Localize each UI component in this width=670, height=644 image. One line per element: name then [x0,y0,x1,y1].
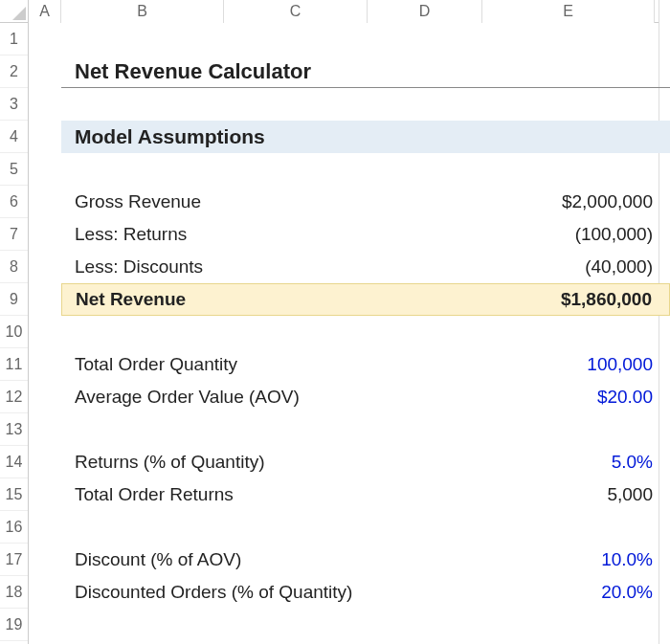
column-header-e[interactable]: E [482,0,655,23]
grid-area[interactable]: Net Revenue Calculator Model Assumptions… [29,23,670,644]
row-header-12[interactable]: 12 [0,381,28,413]
discounted-orders-pct-value: 20.0% [601,582,653,603]
less-returns-value: (100,000) [575,224,653,245]
less-returns-row: Less: Returns (100,000) [61,218,670,251]
net-revenue-row: Net Revenue $1,860,000 [61,283,670,316]
total-order-qty-value: 100,000 [587,354,653,375]
row-header-4[interactable]: 4 [0,121,28,153]
row-header-5[interactable]: 5 [0,153,28,186]
total-order-returns-value: 5,000 [607,484,653,505]
column-header-b[interactable]: B [61,0,224,23]
row-headers: 12345678910111213141516171819 [0,23,29,644]
select-all-triangle-icon [12,7,26,20]
section-header-text: Model Assumptions [75,125,653,148]
row-7[interactable]: Less: Returns (100,000) [29,218,670,251]
row-header-18[interactable]: 18 [0,576,28,609]
total-order-qty-label: Total Order Quantity [75,354,587,375]
less-returns-label: Less: Returns [75,224,575,245]
row-18[interactable]: Discounted Orders (% of Quantity) 20.0% [29,576,670,609]
row-3[interactable] [29,88,670,121]
row-header-8[interactable]: 8 [0,251,28,283]
returns-pct-row: Returns (% of Quantity) 5.0% [61,446,670,478]
row-14[interactable]: Returns (% of Quantity) 5.0% [29,446,670,478]
row-4[interactable]: Model Assumptions [29,121,670,153]
row-13[interactable] [29,413,670,446]
discounted-orders-pct-row: Discounted Orders (% of Quantity) 20.0% [61,576,670,609]
title-text: Net Revenue Calculator [75,59,653,84]
row-16[interactable] [29,511,670,544]
row-5[interactable] [29,153,670,186]
row-9[interactable]: Net Revenue $1,860,000 [29,283,670,316]
row-header-19[interactable]: 19 [0,609,28,641]
row-header-13[interactable]: 13 [0,413,28,446]
column-header-c[interactable]: C [224,0,368,23]
aov-label: Average Order Value (AOV) [75,387,597,408]
gross-revenue-value: $2,000,000 [562,191,653,212]
row-header-15[interactable]: 15 [0,478,28,511]
row-8[interactable]: Less: Discounts (40,000) [29,251,670,283]
discount-pct-row: Discount (% of AOV) 10.0% [61,544,670,576]
less-discounts-value: (40,000) [585,256,653,278]
less-discounts-row: Less: Discounts (40,000) [61,251,670,283]
row-header-14[interactable]: 14 [0,446,28,478]
row-10[interactable] [29,316,670,348]
total-order-returns-row: Total Order Returns 5,000 [61,478,670,511]
select-all-corner[interactable] [0,0,29,23]
row-19[interactable] [29,609,670,641]
gross-revenue-label: Gross Revenue [75,191,562,212]
section-header: Model Assumptions [61,121,670,153]
row-header-3[interactable]: 3 [0,88,28,121]
gross-revenue-row: Gross Revenue $2,000,000 [61,186,670,218]
aov-value: $20.00 [597,387,653,408]
row-15[interactable]: Total Order Returns 5,000 [29,478,670,511]
row-header-17[interactable]: 17 [0,544,28,576]
discounted-orders-pct-label: Discounted Orders (% of Quantity) [75,582,601,603]
discount-pct-value: 10.0% [601,549,653,570]
column-headers: ABCDE [29,0,670,23]
row-12[interactable]: Average Order Value (AOV) $20.00 [29,381,670,413]
row-2[interactable]: Net Revenue Calculator [29,56,670,88]
aov-row: Average Order Value (AOV) $20.00 [61,381,670,413]
returns-pct-label: Returns (% of Quantity) [75,452,612,473]
row-header-6[interactable]: 6 [0,186,28,218]
row-11[interactable]: Total Order Quantity 100,000 [29,348,670,381]
total-order-qty-row: Total Order Quantity 100,000 [61,348,670,381]
total-order-returns-label: Total Order Returns [75,484,607,505]
row-1[interactable] [29,23,670,56]
row-header-7[interactable]: 7 [0,218,28,251]
row-header-11[interactable]: 11 [0,348,28,381]
row-header-10[interactable]: 10 [0,316,28,348]
returns-pct-value: 5.0% [612,452,653,473]
net-revenue-value: $1,860,000 [561,289,652,310]
row-header-9[interactable]: 9 [0,283,28,316]
row-header-16[interactable]: 16 [0,511,28,544]
column-header-a[interactable]: A [29,0,61,23]
net-revenue-label: Net Revenue [76,289,561,310]
row-17[interactable]: Discount (% of AOV) 10.0% [29,544,670,576]
row-header-2[interactable]: 2 [0,56,28,88]
row-header-1[interactable]: 1 [0,23,28,56]
column-header-d[interactable]: D [368,0,482,23]
discount-pct-label: Discount (% of AOV) [75,549,601,570]
less-discounts-label: Less: Discounts [75,256,585,278]
page-title: Net Revenue Calculator [61,56,670,88]
row-6[interactable]: Gross Revenue $2,000,000 [29,186,670,218]
spreadsheet: ABCDE 12345678910111213141516171819 Net … [0,0,670,644]
